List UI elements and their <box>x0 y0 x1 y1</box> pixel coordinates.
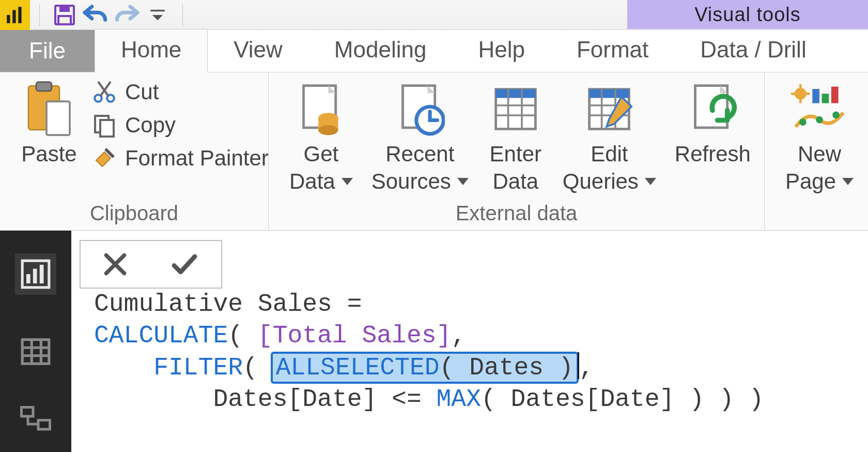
group-external-data-label: External data <box>280 199 753 230</box>
enter-data-button[interactable]: Enter Data <box>478 79 553 197</box>
paste-label: Paste <box>21 141 76 168</box>
cancel-formula-button[interactable] <box>102 251 128 277</box>
svg-rect-28 <box>831 86 839 103</box>
ribbon: Paste Cut Copy <box>0 72 868 231</box>
chevron-down-icon <box>842 178 854 185</box>
redo-button[interactable] <box>111 2 142 28</box>
chevron-down-icon <box>457 178 469 185</box>
qat-separator <box>39 4 40 26</box>
tab-help[interactable]: Help <box>452 29 551 72</box>
formula-bar-area: Cumulative Sales = CALCULATE( [Total Sal… <box>71 231 868 452</box>
copy-label: Copy <box>125 113 176 138</box>
edit-queries-label-2: Queries <box>563 168 639 195</box>
rail-model-view[interactable] <box>15 398 56 440</box>
formula-controls <box>80 240 222 289</box>
qat-separator <box>182 4 183 26</box>
svg-rect-0 <box>7 15 10 23</box>
get-data-label-2: Data <box>289 168 335 195</box>
svg-rect-4 <box>59 6 70 12</box>
svg-rect-6 <box>150 9 164 11</box>
copy-button[interactable]: Copy <box>91 112 269 139</box>
edit-queries-icon <box>581 81 638 138</box>
format-painter-label: Format Painter <box>125 146 269 171</box>
formula-text: Cumulative Sales = CALCULATE( [Total Sal… <box>94 290 764 413</box>
text-cursor <box>578 352 579 379</box>
svg-point-25 <box>795 88 807 100</box>
format-painter-button[interactable]: Format Painter <box>91 145 269 172</box>
svg-rect-23 <box>590 89 629 98</box>
cut-button[interactable]: Cut <box>91 79 269 106</box>
tab-format[interactable]: Format <box>551 29 674 72</box>
save-button[interactable] <box>49 2 80 28</box>
svg-rect-21 <box>495 89 535 98</box>
svg-rect-33 <box>26 274 30 283</box>
group-external-data: Get Data Recent Sources Enter Data <box>269 72 765 230</box>
edit-queries-button[interactable]: Edit Queries <box>553 79 665 197</box>
refresh-icon <box>684 81 741 138</box>
svg-rect-36 <box>22 340 49 364</box>
group-clipboard: Paste Cut Copy <box>0 72 269 230</box>
enter-data-label-2: Data <box>492 168 538 195</box>
refresh-button[interactable]: Refresh <box>665 79 760 197</box>
group-clipboard-label: Clipboard <box>11 199 257 230</box>
tab-file[interactable]: File <box>0 29 95 72</box>
recent-sources-button[interactable]: Recent Sources <box>362 79 478 197</box>
svg-rect-27 <box>822 94 829 103</box>
recent-sources-label-1: Recent <box>385 141 454 168</box>
formula-editor[interactable]: Cumulative Sales = CALCULATE( [Total Sal… <box>94 289 764 416</box>
new-page-label-1: New <box>798 141 841 168</box>
new-page-label-2: Page <box>785 168 836 195</box>
recent-sources-label-2: Sources <box>371 168 451 195</box>
svg-rect-1 <box>12 10 16 23</box>
ribbon-tabs: File Home View Modeling Help Format Data… <box>0 30 868 72</box>
chevron-down-icon <box>645 178 656 185</box>
work-area: Cumulative Sales = CALCULATE( [Total Sal… <box>0 231 868 452</box>
svg-rect-5 <box>58 16 71 24</box>
new-page-icon <box>791 81 848 138</box>
paste-button[interactable]: Paste <box>11 79 87 170</box>
qat-customize-button[interactable] <box>142 2 173 28</box>
svg-point-30 <box>816 116 823 124</box>
tab-home[interactable]: Home <box>95 29 208 72</box>
svg-rect-8 <box>36 82 52 92</box>
copy-icon <box>91 112 118 139</box>
chevron-down-icon <box>342 178 353 185</box>
quick-access-toolbar: Visual tools <box>0 0 868 30</box>
rail-report-view[interactable] <box>15 253 56 295</box>
svg-rect-38 <box>38 420 50 430</box>
get-data-icon <box>292 81 349 138</box>
svg-rect-34 <box>33 269 37 283</box>
undo-button[interactable] <box>80 2 111 28</box>
svg-point-31 <box>832 112 840 119</box>
tab-view[interactable]: View <box>208 29 308 72</box>
contextual-tab-visual-tools: Visual tools <box>627 0 868 29</box>
tab-modeling[interactable]: Modeling <box>308 29 453 72</box>
view-rail <box>0 231 71 452</box>
cut-label: Cut <box>125 80 159 104</box>
enter-data-icon <box>487 81 544 138</box>
get-data-button[interactable]: Get Data <box>280 79 362 197</box>
svg-point-17 <box>319 125 338 135</box>
svg-rect-35 <box>40 265 44 283</box>
formula-selection: ALLSELECTED( Dates ) <box>273 354 577 382</box>
new-page-button[interactable]: New Page <box>776 79 863 197</box>
svg-rect-13 <box>100 120 114 137</box>
group-insert: New Page <box>765 72 868 230</box>
svg-rect-2 <box>18 7 21 23</box>
svg-rect-26 <box>812 89 819 103</box>
get-data-label-1: Get <box>304 141 339 168</box>
format-painter-icon <box>91 145 118 172</box>
commit-formula-button[interactable] <box>169 251 199 277</box>
cut-icon <box>91 79 118 106</box>
enter-data-label-1: Enter <box>490 141 541 168</box>
tab-data-drill[interactable]: Data / Drill <box>674 29 832 72</box>
app-icon <box>0 0 30 30</box>
svg-rect-37 <box>22 408 34 417</box>
refresh-label: Refresh <box>675 141 751 168</box>
svg-point-29 <box>799 118 807 126</box>
edit-queries-label-1: Edit <box>591 141 628 168</box>
rail-data-view[interactable] <box>15 331 56 372</box>
paste-icon <box>21 81 78 138</box>
svg-rect-9 <box>47 101 70 135</box>
recent-sources-icon <box>392 81 448 138</box>
